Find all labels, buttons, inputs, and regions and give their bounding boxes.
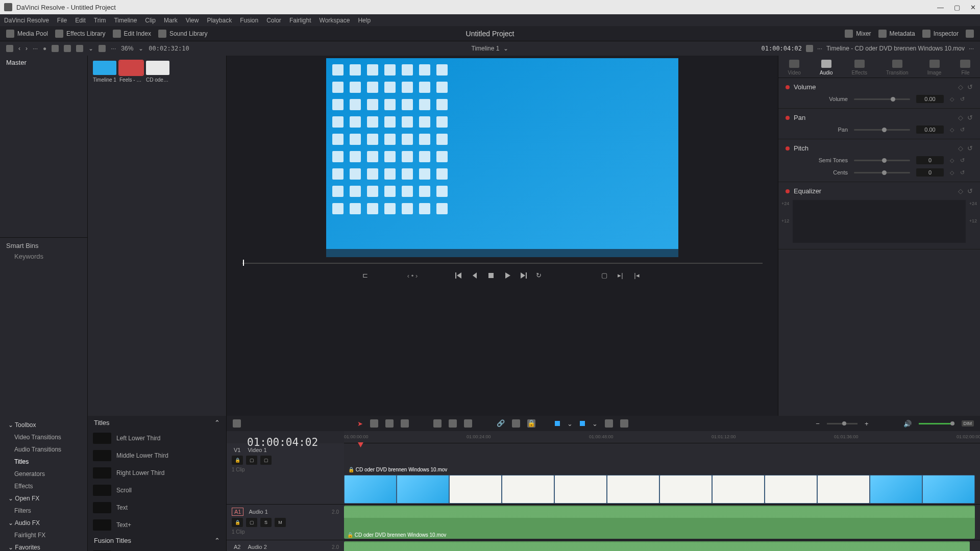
mute-button[interactable]: M — [275, 518, 286, 527]
track-id[interactable]: A2 — [232, 543, 242, 550]
keyframe-icon[interactable]: ◇ — [950, 157, 954, 164]
title-preset[interactable]: Text — [88, 499, 226, 516]
nav-next[interactable]: › — [26, 45, 28, 52]
reset-icon[interactable]: ↺ — [967, 114, 973, 121]
category-favorites[interactable]: ⌄ Favorites — [0, 541, 87, 551]
next-edit-icon[interactable]: ▸| — [618, 271, 626, 280]
menu-trim[interactable]: Trim — [94, 17, 106, 24]
stop-icon[interactable] — [487, 271, 495, 280]
menu-color[interactable]: Color — [266, 17, 281, 24]
ripple-icon[interactable] — [449, 419, 457, 428]
menu-clip[interactable]: Clip — [145, 17, 156, 24]
minimize-button[interactable]: — — [937, 4, 944, 11]
reset-icon[interactable]: ↺ — [967, 83, 973, 91]
inspector-tab-video[interactable]: Video — [788, 60, 801, 76]
audio-clip[interactable]: Feels - Patrick Patrikios.mp3 — [344, 541, 970, 551]
master-bin[interactable]: Master — [0, 56, 87, 69]
razor-tool-icon[interactable] — [385, 419, 394, 428]
edit-index-toggle[interactable]: Edit Index — [113, 30, 151, 38]
track-header[interactable]: A2Audio 22.0🔒▢SM — [227, 540, 344, 551]
effects-library-toggle[interactable]: Effects Library — [55, 30, 105, 38]
inspector-tab-image[interactable]: Image — [927, 60, 942, 76]
track-lane[interactable]: 🔒 CD oder DVD brennen Windows 10.mov — [344, 505, 980, 540]
enable-dot[interactable] — [786, 85, 790, 89]
param-value[interactable]: 0 — [916, 168, 944, 177]
menu-fairlight[interactable]: Fairlight — [289, 17, 311, 24]
title-preset[interactable]: Left Lower Third — [88, 430, 226, 447]
param-slider[interactable] — [854, 172, 910, 173]
nav-prev[interactable]: ‹ — [18, 45, 20, 52]
inspector-tab-file[interactable]: File — [960, 60, 970, 76]
track-enable-icon[interactable]: ▢ — [246, 456, 257, 465]
options-icon[interactable] — [966, 30, 974, 38]
menu-davinci-resolve[interactable]: DaVinci Resolve — [4, 17, 49, 24]
prev-edit-icon[interactable]: |◂ — [634, 271, 642, 280]
timeline-panel[interactable]: ➤ 🔗 🔒 ⌄ ⌄ − + 🔊 DIM — [227, 416, 980, 551]
param-value[interactable]: 0 — [916, 156, 944, 164]
title-preset[interactable]: Background Reveal — [88, 547, 226, 551]
insert-icon[interactable] — [401, 419, 409, 428]
category-filters[interactable]: Filters — [0, 505, 87, 517]
sort-icon[interactable] — [99, 45, 106, 52]
title-preset[interactable]: Text+ — [88, 516, 226, 534]
inspector-toggle[interactable]: Inspector — [922, 30, 959, 38]
equalizer-graph[interactable]: +24+12+24+12 — [793, 200, 966, 243]
menu-file[interactable]: File — [57, 17, 67, 24]
keyframe-icon[interactable]: ◇ — [958, 144, 963, 152]
sound-library-toggle[interactable]: Sound Library — [158, 30, 208, 38]
param-value[interactable]: 0.00 — [916, 95, 944, 103]
snap-icon[interactable] — [605, 419, 613, 428]
trim-tool-icon[interactable] — [370, 419, 378, 428]
reset-icon[interactable]: ↺ — [960, 157, 965, 164]
thumb-view-icon[interactable] — [52, 45, 59, 52]
track-header[interactable]: V1Video 1🔒▢▢1 Clip — [227, 443, 344, 504]
track-enable-icon[interactable]: ▢ — [246, 518, 257, 527]
match-frame-icon[interactable]: ▢ — [601, 271, 609, 280]
track-lock-icon[interactable]: 🔒 — [232, 518, 243, 527]
enable-dot[interactable] — [786, 189, 790, 193]
play-icon[interactable] — [503, 271, 511, 280]
track-dest-icon[interactable]: ▢ — [260, 456, 272, 465]
timeline-view-icon[interactable] — [233, 419, 241, 428]
audio-clip[interactable]: 🔒 CD oder DVD brennen Windows 10.mov — [344, 506, 975, 539]
category-effects[interactable]: Effects — [0, 480, 87, 492]
keyframe-icon[interactable]: ◇ — [958, 114, 963, 121]
menu-edit[interactable]: Edit — [75, 17, 86, 24]
menu-view[interactable]: View — [186, 17, 199, 24]
inspector-tab-effects[interactable]: Effects — [852, 60, 867, 76]
reset-icon[interactable]: ↺ — [960, 127, 965, 133]
go-end-icon[interactable] — [520, 271, 528, 280]
category-audio-fx[interactable]: ⌄ Audio FX — [0, 517, 87, 529]
track-header[interactable]: A1Audio 12.0🔒▢SM1 Clip — [227, 505, 344, 540]
go-start-icon[interactable] — [454, 271, 462, 280]
smart-bins-header[interactable]: Smart Bins — [6, 242, 81, 249]
media-thumb[interactable]: CD oder D... — [146, 61, 169, 83]
param-slider[interactable] — [854, 98, 910, 100]
track-lane[interactable]: Feels - Patrick Patrikios.mp3 — [344, 540, 980, 551]
category-open-fx[interactable]: ⌄ Open FX — [0, 492, 87, 505]
media-pool-toggle[interactable]: Media Pool — [6, 30, 48, 38]
title-preset[interactable]: Middle Lower Third — [88, 447, 226, 464]
keywords-bin[interactable]: Keywords — [6, 249, 81, 260]
viewer-scrubber[interactable] — [227, 260, 778, 268]
marker-blue-icon[interactable] — [555, 421, 560, 426]
maximize-button[interactable]: ▢ — [954, 4, 960, 11]
close-button[interactable]: ✕ — [970, 4, 976, 11]
param-slider[interactable] — [854, 129, 910, 131]
mixer-toggle[interactable]: Mixer — [845, 30, 871, 38]
arrow-tool-icon[interactable]: ➤ — [357, 420, 363, 428]
media-thumb[interactable]: Timeline 1 — [93, 61, 116, 83]
loop-icon[interactable]: ↻ — [536, 271, 544, 280]
category-audio-transitions[interactable]: Audio Transitions — [0, 443, 87, 456]
inspector-tab-transition[interactable]: Transition — [886, 60, 909, 76]
replace-icon[interactable] — [464, 419, 472, 428]
timeline-viewer[interactable] — [227, 56, 778, 260]
flag-icon[interactable] — [512, 419, 520, 428]
keyframe-icon[interactable]: ◇ — [950, 169, 954, 176]
video-clip[interactable] — [344, 475, 975, 504]
keyframe-icon[interactable]: ◇ — [958, 187, 963, 195]
metadata-toggle[interactable]: Metadata — [878, 30, 915, 38]
bin-view-icon[interactable] — [6, 45, 13, 52]
lock-icon[interactable]: 🔒 — [527, 419, 535, 428]
keyframe-icon[interactable]: ◇ — [950, 127, 954, 133]
